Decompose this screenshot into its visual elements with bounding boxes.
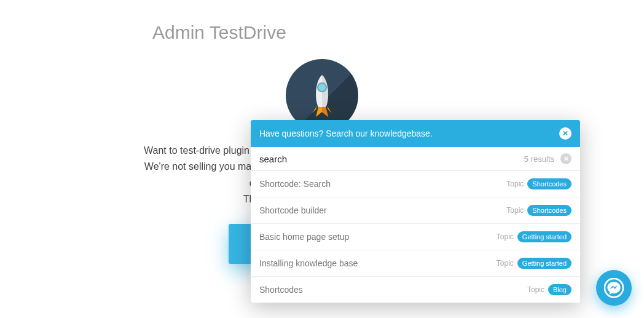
kb-topic-badge: Getting started [517,258,571,269]
kb-topic-badge: Blog [548,284,571,295]
kb-item-title: Shortcode builder [259,205,327,215]
chat-launcher-button[interactable] [596,270,632,306]
page-title: Admin TestDrive [152,22,644,43]
kb-result-item[interactable]: Shortcodes Topic Blog [251,277,580,303]
kb-result-item[interactable]: Shortcode builder Topic Shortcodes [251,197,580,224]
kb-topic-label: Topic [506,180,524,188]
svg-point-0 [318,83,326,92]
kb-results-count: 5 results [524,154,554,164]
messenger-icon [604,278,624,298]
kb-topic-label: Topic [497,259,514,268]
kb-search-row: 5 results ✕ [251,147,580,171]
kb-item-title: Shortcode: Search [259,179,331,189]
close-icon[interactable]: ✕ [559,127,571,140]
kb-header-text: Have questions? Search our knowledgebase… [259,129,433,138]
kb-topic-label: Topic [527,285,544,294]
kb-item-title: Basic home page setup [259,232,349,242]
kb-result-list: Shortcode: Search Topic Shortcodes Short… [251,171,580,303]
knowledgebase-widget: Have questions? Search our knowledgebase… [251,120,580,303]
kb-result-item[interactable]: Shortcode: Search Topic Shortcodes [251,171,580,197]
kb-search-input[interactable] [259,154,524,164]
kb-topic-badge: Getting started [517,231,571,242]
kb-result-item[interactable]: Installing knowledge base Topic Getting … [251,250,580,277]
kb-header: Have questions? Search our knowledgebase… [251,120,580,147]
kb-topic-label: Topic [506,206,524,215]
clear-search-icon[interactable]: ✕ [560,153,571,164]
kb-result-item[interactable]: Basic home page setup Topic Getting star… [251,224,580,250]
kb-item-title: Installing knowledge base [259,258,358,268]
kb-item-title: Shortcodes [259,285,303,295]
kb-topic-badge: Shortcodes [527,178,571,189]
kb-topic-badge: Shortcodes [527,205,571,216]
kb-topic-label: Topic [497,233,514,241]
